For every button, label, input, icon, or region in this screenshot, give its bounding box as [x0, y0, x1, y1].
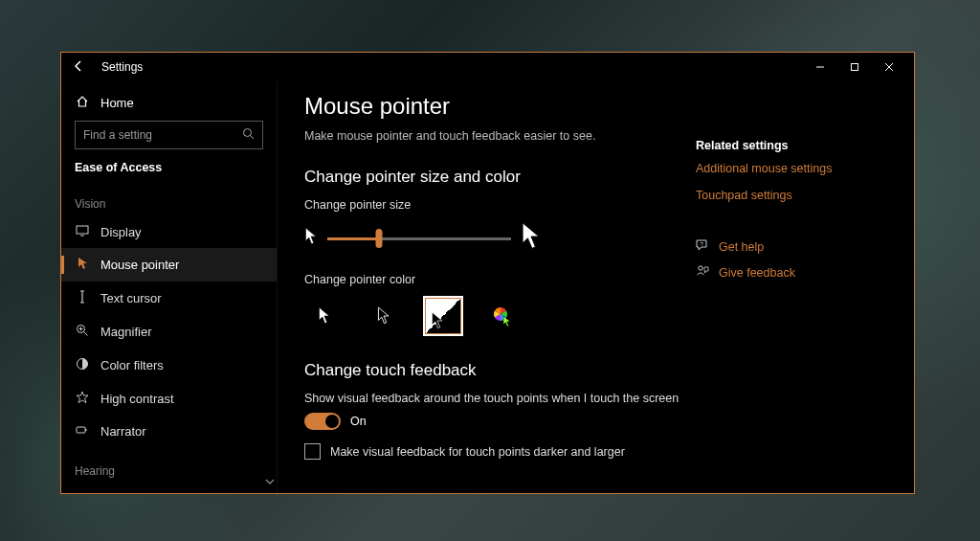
feedback-icon [696, 264, 709, 281]
sidebar-item-text-cursor[interactable]: Text cursor [61, 282, 277, 315]
pointer-color-label: Change pointer color [304, 273, 696, 286]
sidebar-item-label: Mouse pointer [100, 258, 179, 272]
get-help-link[interactable]: ? Get help [696, 238, 887, 255]
back-button[interactable] [69, 59, 88, 76]
cursor-large-icon [521, 221, 542, 256]
checkbox-label: Make visual feedback for touch points da… [330, 445, 625, 459]
cursor-small-icon [304, 227, 318, 250]
sidebar-item-label: Text cursor [100, 291, 162, 305]
sidebar-item-narrator[interactable]: Narrator [61, 416, 277, 447]
svg-text:?: ? [701, 241, 704, 247]
page-description: Make mouse pointer and touch feedback ea… [304, 129, 696, 143]
section-touch-title: Change touch feedback [304, 361, 696, 380]
home-button[interactable]: Home [61, 87, 277, 121]
pointer-size-row [304, 221, 696, 256]
slider-thumb[interactable] [375, 229, 382, 248]
additional-mouse-settings-link[interactable]: Additional mouse settings [696, 162, 887, 175]
sidebar-item-label: Magnifier [100, 325, 151, 339]
pointer-color-row: ✓ [304, 296, 696, 336]
pointer-color-black[interactable] [364, 296, 404, 336]
feedback-label: Give feedback [719, 266, 795, 280]
aside-panel: Related settings Additional mouse settin… [696, 93, 887, 493]
help-label: Get help [719, 240, 764, 254]
svg-rect-1 [852, 64, 858, 71]
page-title: Mouse pointer [304, 93, 696, 120]
search-input[interactable]: Find a setting [75, 121, 263, 149]
sidebar-item-mouse-pointer[interactable]: Mouse pointer [61, 248, 277, 282]
svg-rect-11 [77, 427, 85, 433]
pointer-color-inverted[interactable]: ✓ [423, 296, 463, 336]
home-label: Home [100, 96, 134, 110]
minimize-button[interactable] [803, 54, 837, 80]
svg-point-2 [244, 129, 252, 137]
sidebar-item-magnifier[interactable]: Magnifier [61, 315, 277, 349]
close-button[interactable] [872, 54, 906, 80]
pointer-size-label: Change pointer size [304, 198, 696, 212]
give-feedback-link[interactable]: Give feedback [696, 264, 887, 281]
search-icon [242, 127, 255, 143]
titlebar: Settings [61, 53, 914, 81]
sidebar-item-high-contrast[interactable]: High contrast [61, 382, 277, 416]
sidebar-item-label: Display [100, 225, 142, 239]
sidebar-item-label: Narrator [100, 424, 146, 439]
darker-larger-checkbox[interactable] [304, 443, 321, 460]
category-label: Ease of Access [61, 161, 277, 180]
toggle-state-label: On [350, 415, 367, 428]
toggle-knob [325, 415, 339, 428]
section-size-color-title: Change pointer size and color [304, 168, 696, 187]
pointer-size-slider[interactable] [327, 237, 511, 240]
sidebar-item-color-filters[interactable]: Color filters [61, 349, 277, 382]
sidebar-item-label: High contrast [100, 392, 174, 406]
narrator-icon [75, 424, 89, 439]
display-icon [75, 225, 89, 239]
high-contrast-icon [75, 391, 89, 407]
maximize-button[interactable] [837, 54, 872, 80]
pointer-color-white[interactable] [304, 296, 345, 336]
text-cursor-icon [75, 290, 89, 306]
touch-description: Show visual feedback around the touch po… [304, 392, 696, 405]
touch-feedback-toggle[interactable] [304, 413, 341, 430]
svg-rect-4 [77, 226, 88, 234]
pointer-color-custom[interactable] [482, 296, 523, 336]
group-vision-label: Vision [61, 180, 277, 216]
svg-point-14 [699, 266, 702, 270]
touch-toggle-row: On [304, 413, 696, 430]
window-title: Settings [101, 60, 143, 74]
svg-line-7 [83, 332, 87, 336]
settings-window: Settings Home Find a setting [60, 52, 915, 494]
svg-line-3 [251, 136, 255, 140]
sidebar-item-display[interactable]: Display [61, 216, 277, 248]
sidebar: Home Find a setting Ease of Access Visio… [61, 81, 278, 493]
help-icon: ? [696, 238, 709, 255]
check-icon: ✓ [449, 300, 457, 312]
group-hearing-label: Hearing [61, 447, 277, 484]
touchpad-settings-link[interactable]: Touchpad settings [696, 189, 887, 202]
content: Mouse pointer Make mouse pointer and tou… [278, 81, 914, 493]
home-icon [75, 95, 89, 111]
chevron-down-icon[interactable] [265, 476, 275, 487]
mouse-pointer-icon [75, 257, 89, 273]
search-placeholder: Find a setting [83, 128, 152, 142]
main-panel: Mouse pointer Make mouse pointer and tou… [304, 93, 696, 493]
color-filters-icon [75, 357, 89, 373]
related-settings-title: Related settings [696, 139, 887, 152]
sidebar-item-label: Color filters [100, 358, 164, 372]
magnifier-icon [75, 324, 89, 340]
darker-larger-checkbox-row[interactable]: Make visual feedback for touch points da… [304, 443, 696, 460]
